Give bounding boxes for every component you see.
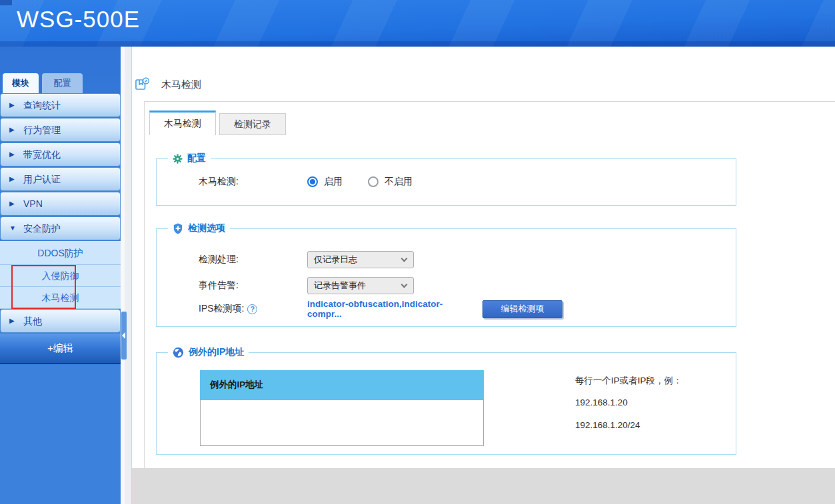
footer-bar xyxy=(132,468,835,504)
sidebar: 模块 配置 ▶ 查询统计 ▶ 行为管理 ▶ 带宽优化 ▶ 用户认证 ▶ VPN xyxy=(0,47,121,504)
help-icon[interactable]: ? xyxy=(247,304,257,314)
sidebar-menu: ▶ 查询统计 ▶ 行为管理 ▶ 带宽优化 ▶ 用户认证 ▶ VPN ▼ 安全防护 xyxy=(0,93,121,364)
sidebar-item-label: 查询统计 xyxy=(23,100,61,111)
sidebar-item-ddos[interactable]: DDOS防护 xyxy=(0,241,121,265)
sidebar-submenu-security: DDOS防护 入侵防御 木马检测 xyxy=(0,241,121,309)
radio-button-icon[interactable] xyxy=(307,176,318,187)
shield-plus-icon xyxy=(173,223,183,234)
section-config-legend: 配置 xyxy=(168,152,211,164)
trojan-detect-label: 木马检测: xyxy=(199,176,307,188)
sidebar-item-label: 带宽优化 xyxy=(23,149,61,160)
chevron-left-icon xyxy=(122,332,125,339)
page: WSG-500E 模块 配置 ▶ 查询统计 ▶ 行为管理 ▶ 带宽优化 ▶ 用户… xyxy=(0,0,835,504)
section-exception-ip: 例外的IP地址 例外的IP地址 每行一个IP或者IP段，例： 192.168.1… xyxy=(156,352,736,455)
radio-disable-label: 不启用 xyxy=(385,176,413,188)
event-alert-label: 事件告警: xyxy=(199,280,307,292)
select-value: 记录告警事件 xyxy=(314,280,366,290)
chevron-down-icon xyxy=(401,282,408,288)
exception-ip-textarea[interactable] xyxy=(200,399,484,446)
globe-icon xyxy=(173,347,184,358)
section-config: 配置 木马检测: 启用 不启用 xyxy=(156,158,736,206)
section-options-legend: 检测选项 xyxy=(168,222,230,234)
app-header: WSG-500E xyxy=(0,0,835,47)
config-row: 木马检测: 启用 不启用 xyxy=(157,176,736,188)
sidebar-item-bandwidth-opt[interactable]: ▶ 带宽优化 xyxy=(0,142,121,166)
radio-enable[interactable]: 启用 xyxy=(307,176,343,188)
chevron-right-icon: ▶ xyxy=(9,94,15,117)
sidebar-tab-modules[interactable]: 模块 xyxy=(3,73,39,93)
edit-detect-items-button[interactable]: 编辑检测项 xyxy=(482,300,562,318)
sidebar-item-query-stats[interactable]: ▶ 查询统计 xyxy=(0,93,121,117)
sidebar-item-other[interactable]: ▶ 其他 xyxy=(0,309,121,333)
sidebar-collapse-handle[interactable] xyxy=(121,312,127,360)
section-exceptions-legend: 例外的IP地址 xyxy=(168,346,249,358)
sidebar-edit-button[interactable]: +编辑 xyxy=(0,334,121,364)
detect-process-select[interactable]: 仅记录日志 xyxy=(307,251,414,268)
ip-hint-example-2: 192.168.1.20/24 xyxy=(575,420,640,430)
event-alert-select[interactable]: 记录告警事件 xyxy=(307,277,414,294)
chevron-right-icon: ▶ xyxy=(9,310,15,332)
breadcrumb: 木马检测 xyxy=(134,77,201,93)
ips-items-value-link[interactable]: indicator-obfuscation,indicator-compr... xyxy=(307,299,470,319)
tab-trojan-detect[interactable]: 木马检测 xyxy=(149,111,216,135)
ips-items-label-wrap: IPS检测项: ? xyxy=(199,303,307,315)
detect-process-row: 检测处理: 仅记录日志 xyxy=(157,251,736,268)
ips-items-row: IPS检测项: ? indicator-obfuscation,indicato… xyxy=(157,299,736,319)
exception-ip-table-header: 例外的IP地址 xyxy=(200,370,484,399)
sidebar-item-user-auth[interactable]: ▶ 用户认证 xyxy=(0,167,121,191)
sidebar-tab-config[interactable]: 配置 xyxy=(42,73,83,93)
sidebar-item-behavior-mgmt[interactable]: ▶ 行为管理 xyxy=(0,118,121,142)
detect-process-label: 检测处理: xyxy=(199,254,307,266)
sidebar-item-label: 行为管理 xyxy=(23,125,61,135)
sidebar-item-security[interactable]: ▼ 安全防护 xyxy=(0,216,121,240)
sidebar-item-label: 安全防护 xyxy=(23,223,61,234)
sidebar-gutter xyxy=(121,47,131,504)
chevron-right-icon: ▶ xyxy=(9,143,15,166)
event-alert-row: 事件告警: 记录告警事件 xyxy=(157,277,736,294)
chevron-right-icon: ▶ xyxy=(9,168,15,190)
gear-icon xyxy=(173,154,183,164)
section-legend-text: 检测选项 xyxy=(188,222,225,234)
app-title: WSG-500E xyxy=(17,6,140,33)
chevron-down-icon xyxy=(401,256,408,262)
section-legend-text: 例外的IP地址 xyxy=(189,346,244,358)
sidebar-tabbar: 模块 配置 xyxy=(3,73,83,93)
sidebar-item-trojan[interactable]: 木马检测 xyxy=(0,287,121,309)
select-value: 仅记录日志 xyxy=(314,254,357,264)
page-check-icon xyxy=(134,77,150,93)
chevron-down-icon: ▼ xyxy=(9,217,16,240)
sidebar-item-intrusion[interactable]: 入侵防御 xyxy=(0,265,121,287)
sidebar-item-label: 用户认证 xyxy=(23,174,61,184)
tab-detect-records[interactable]: 检测记录 xyxy=(219,113,286,135)
section-detect-options: 检测选项 检测处理: 仅记录日志 事件告警: 记录告警事件 xyxy=(156,228,736,327)
page-title: 木马检测 xyxy=(161,79,201,91)
content-panel: 木马检测 检测记录 配置 xyxy=(144,101,835,468)
tabstrip: 木马检测 检测记录 xyxy=(145,102,835,135)
chevron-right-icon: ▶ xyxy=(9,192,15,215)
sidebar-item-label: VPN xyxy=(23,198,43,209)
section-legend-text: 配置 xyxy=(187,152,206,164)
sidebar-item-vpn[interactable]: ▶ VPN xyxy=(0,192,121,216)
radio-button-icon[interactable] xyxy=(368,176,379,187)
ips-items-label: IPS检测项: xyxy=(199,303,244,315)
ip-hint-text: 每行一个IP或者IP段，例： xyxy=(575,375,682,387)
ip-hint-example-1: 192.168.1.20 xyxy=(575,397,628,407)
radio-disable[interactable]: 不启用 xyxy=(368,176,413,188)
radio-enable-label: 启用 xyxy=(324,176,343,188)
main-content: 木马检测 木马检测 检测记录 xyxy=(131,47,835,504)
sidebar-item-label: 其他 xyxy=(23,316,42,326)
chevron-right-icon: ▶ xyxy=(9,119,15,141)
